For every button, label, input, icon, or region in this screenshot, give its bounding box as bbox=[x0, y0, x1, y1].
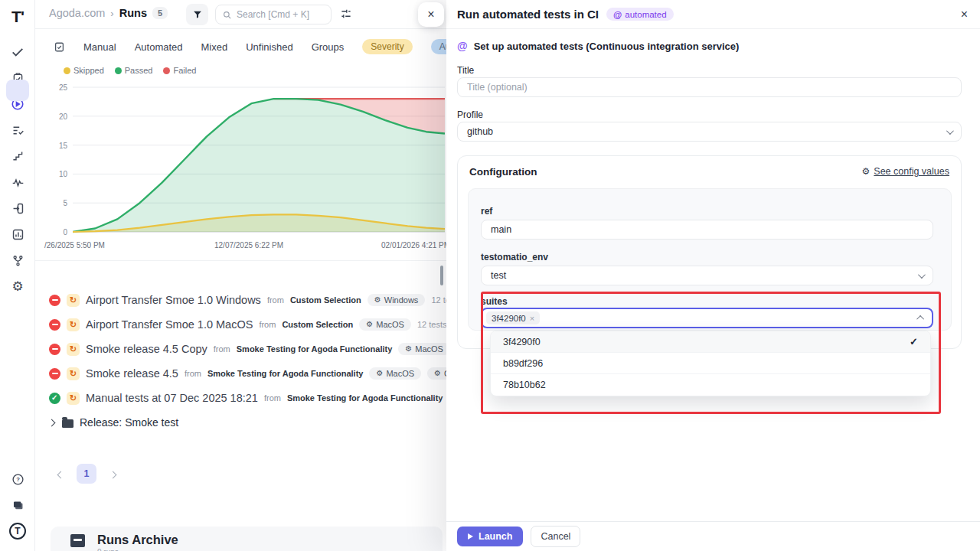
title-input[interactable] bbox=[457, 77, 962, 97]
sliders-icon bbox=[340, 8, 352, 20]
env-select[interactable]: test bbox=[481, 266, 933, 285]
sidebar-item-branches[interactable] bbox=[0, 249, 35, 271]
see-config-values-link[interactable]: ⚙ See config values bbox=[862, 166, 949, 177]
funnel-icon bbox=[192, 9, 203, 20]
run-source: Smoke Testing for Agoda Functionality bbox=[207, 369, 364, 378]
app-logo[interactable]: T' bbox=[0, 6, 35, 28]
scrollbar-thumb[interactable] bbox=[440, 266, 443, 285]
option-label: 78b10b62 bbox=[503, 380, 546, 390]
sidebar-item-reports[interactable] bbox=[0, 223, 35, 245]
gear-icon: ⚙ bbox=[374, 296, 381, 304]
legend-dot bbox=[64, 67, 70, 74]
run-from-label: from bbox=[267, 295, 284, 305]
see-config-values-label: See config values bbox=[874, 166, 949, 177]
app-window: Agoda.com › Runs 5 ManualAutomatedMixedU… bbox=[0, 0, 980, 551]
search-box[interactable] bbox=[215, 5, 332, 24]
search-input[interactable] bbox=[237, 9, 321, 20]
tab-groups[interactable]: Groups bbox=[312, 41, 345, 53]
run-folder-row[interactable]: Release: Smoke test bbox=[49, 410, 448, 435]
suites-list-check-icon bbox=[11, 124, 24, 137]
run-title[interactable]: Airport Transfer Smoe 1.0 MacOS bbox=[86, 318, 253, 331]
sidebar-item-steps[interactable] bbox=[0, 145, 35, 167]
robot-icon: @ bbox=[613, 10, 622, 19]
tests-check-icon bbox=[11, 45, 24, 59]
run-row[interactable]: ↻Smoke release 4.5 CopyfromSmoke Testing… bbox=[49, 337, 448, 361]
select-runs-icon[interactable] bbox=[54, 41, 65, 53]
failed-status-icon bbox=[49, 368, 60, 380]
run-row[interactable]: ↻Airport Transfer Smoe 1.0 MacOSfromCust… bbox=[49, 312, 448, 337]
automated-run-icon: ↻ bbox=[67, 318, 80, 331]
suites-dropdown-option[interactable]: 3f4290f0✓ bbox=[491, 331, 930, 353]
run-tests-count: 12 tests bbox=[431, 295, 448, 305]
chevron-left-icon bbox=[57, 471, 64, 479]
reports-chart-icon bbox=[11, 228, 24, 241]
runs-archive-panel[interactable]: Runs Archive 0 runs bbox=[51, 527, 443, 551]
ref-input[interactable] bbox=[481, 220, 933, 240]
launch-button[interactable]: Launch bbox=[457, 527, 523, 546]
run-title[interactable]: Airport Transfer Smoe 1.0 Windows bbox=[86, 294, 261, 306]
projects-copy-icon bbox=[11, 499, 24, 512]
profile-select[interactable]: github bbox=[457, 122, 962, 142]
sidebar-item-import[interactable] bbox=[0, 197, 35, 219]
run-row[interactable]: ↻Manual tests at 07 Dec 2025 18:21fromSm… bbox=[49, 386, 448, 410]
run-title[interactable]: Smoke release 4.5 bbox=[86, 367, 178, 380]
folder-icon bbox=[62, 419, 74, 428]
suites-dropdown-option[interactable]: b89df296 bbox=[491, 353, 930, 374]
projects-button[interactable] bbox=[0, 494, 35, 516]
pagination-prev-button[interactable] bbox=[55, 468, 66, 479]
env-badge-label: Windows bbox=[384, 295, 419, 305]
remove-tag-icon[interactable]: × bbox=[530, 314, 534, 323]
run-ci-modal: Run automated tests in CI @ automated × … bbox=[446, 0, 980, 551]
profile-select-value: github bbox=[467, 126, 493, 137]
sidebar-item-tests[interactable] bbox=[0, 41, 35, 63]
check-icon: ✓ bbox=[910, 336, 918, 347]
robot-icon: @ bbox=[457, 40, 468, 52]
sidebar-item-analytics[interactable] bbox=[0, 171, 35, 193]
modal-body: @ Set up automated tests (Continuous int… bbox=[446, 29, 980, 521]
sidebar-item-settings[interactable]: ⚙ bbox=[0, 276, 35, 297]
sidebar-item-suites[interactable] bbox=[0, 119, 35, 141]
configuration-fields: ref testomatio_env test suites 3f4290f0 … bbox=[468, 188, 952, 331]
run-row[interactable]: ↻Airport Transfer Smoe 1.0 WindowsfromCu… bbox=[49, 288, 448, 312]
suites-multiselect[interactable]: 3f4290f0 × bbox=[481, 308, 933, 328]
legend-item-passed: Passed bbox=[115, 66, 153, 75]
chevron-right-icon[interactable] bbox=[48, 419, 56, 426]
automated-badge: @ automated bbox=[606, 8, 674, 21]
pagination-next-button[interactable] bbox=[107, 468, 118, 479]
tab-manual[interactable]: Manual bbox=[83, 41, 116, 53]
breadcrumb-project[interactable]: Agoda.com bbox=[49, 7, 105, 19]
run-title[interactable]: Smoke release 4.5 Copy bbox=[86, 343, 207, 355]
play-icon bbox=[468, 533, 473, 540]
tab-unfinished[interactable]: Unfinished bbox=[246, 41, 292, 53]
ref-field-label: ref bbox=[481, 206, 492, 217]
run-row[interactable]: ↻Smoke release 4.5fromSmoke Testing for … bbox=[49, 361, 448, 386]
pagination-page-1[interactable]: 1 bbox=[77, 464, 96, 484]
chevron-up-icon bbox=[916, 315, 924, 323]
drawer-close-button[interactable]: × bbox=[418, 2, 444, 27]
legend-label: Passed bbox=[125, 66, 153, 75]
filter-button[interactable] bbox=[186, 4, 208, 25]
y-tick-label: 10 bbox=[44, 170, 67, 178]
env-badge-label: MacOS bbox=[386, 369, 414, 378]
breadcrumb-separator: › bbox=[110, 8, 113, 19]
tab-automatable[interactable]: Automatable bbox=[431, 39, 448, 54]
cancel-button[interactable]: Cancel bbox=[531, 526, 580, 547]
automated-badge-label: automated bbox=[625, 10, 666, 19]
runs-list: ↻Airport Transfer Smoe 1.0 WindowsfromCu… bbox=[49, 288, 448, 435]
suites-dropdown-option[interactable]: 78b10b62 bbox=[491, 374, 930, 396]
run-from-label: from bbox=[185, 369, 201, 378]
run-title[interactable]: Manual tests at 07 Dec 2025 18:21 bbox=[86, 392, 258, 404]
modal-title: Run automated tests in CI bbox=[457, 8, 599, 21]
modal-footer: Launch Cancel bbox=[446, 521, 980, 551]
modal-close-button[interactable]: × bbox=[961, 8, 968, 21]
run-source: Custom Selection bbox=[282, 320, 353, 329]
breadcrumb-page[interactable]: Runs bbox=[119, 7, 147, 19]
tab-mixed[interactable]: Mixed bbox=[201, 41, 228, 53]
run-source: Smoke Testing for Agoda Functionality bbox=[287, 393, 443, 403]
account-button[interactable]: T bbox=[0, 520, 35, 542]
runs-count-badge: 5 bbox=[152, 7, 168, 19]
tab-severity[interactable]: Severity bbox=[362, 39, 412, 54]
tab-automated[interactable]: Automated bbox=[135, 41, 183, 53]
view-settings-button[interactable] bbox=[340, 8, 352, 23]
help-button[interactable]: ? bbox=[0, 468, 35, 490]
